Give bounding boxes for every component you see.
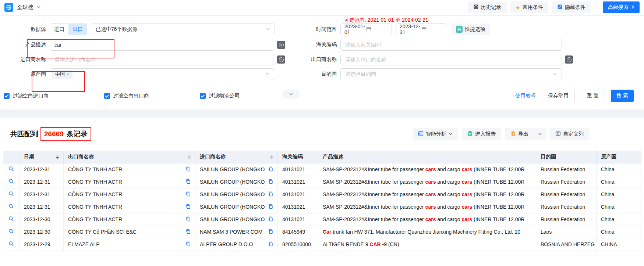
export-toggle[interactable]: 出口 xyxy=(68,24,87,35)
calendar-icon xyxy=(366,26,388,33)
fuzzy-match-icon[interactable]: = xyxy=(565,55,573,64)
copy-icon[interactable] xyxy=(186,229,191,235)
cell-hscode: 40131021 xyxy=(278,163,318,176)
history-button[interactable]: 历史记录 xyxy=(468,1,507,13)
row-detail-cell xyxy=(3,163,20,176)
header-row-tools xyxy=(3,151,20,163)
sort-icons[interactable] xyxy=(267,155,273,159)
sort-icons[interactable] xyxy=(185,155,191,159)
remove-tag-icon[interactable]: × xyxy=(67,72,70,77)
copy-icon[interactable] xyxy=(268,216,273,223)
end-date-input[interactable]: 2023-12-31 xyxy=(396,24,447,35)
copy-icon[interactable] xyxy=(268,191,273,198)
exporter-label: 出口商名称 xyxy=(294,56,340,63)
checkbox-checked-icon[interactable] xyxy=(200,93,206,99)
custom-columns-button[interactable]: 自定义列 xyxy=(550,128,589,140)
cell-exporter: CÔNG TY TNHH ACTR xyxy=(64,163,195,176)
checkbox-checked-icon[interactable] xyxy=(4,93,10,99)
importer-input[interactable] xyxy=(50,54,274,65)
importer-name: SAILUN GROUP (HONGKO xyxy=(200,166,265,172)
sort-icons[interactable] xyxy=(53,155,59,159)
header-destination[interactable]: 目的国 xyxy=(536,151,597,163)
header-hs-code[interactable]: 海关编码 xyxy=(278,151,318,163)
copy-icon[interactable] xyxy=(186,216,191,223)
copy-icon[interactable] xyxy=(186,166,191,173)
header-exporter[interactable]: 出口商名称 xyxy=(64,151,195,163)
copy-icon[interactable] xyxy=(268,204,273,210)
analysis-chart-icon xyxy=(418,131,424,137)
header-description[interactable]: 产品描述 xyxy=(318,151,536,163)
header-origin[interactable]: 原产国 xyxy=(597,151,641,163)
row-detail-cell xyxy=(3,201,20,213)
destination-country-select[interactable]: 请选择目的国 xyxy=(340,68,562,80)
filter-blank-exporter[interactable]: 过滤空白出口商 xyxy=(104,92,149,100)
start-date-input[interactable]: 2023-01-01 xyxy=(340,24,392,35)
table-row: 2023-12-31 CÔNG TY TNHH ACTR SAILUN GROU… xyxy=(3,201,641,213)
copy-icon[interactable] xyxy=(186,179,191,185)
magnifier-icon[interactable] xyxy=(8,229,14,235)
copy-icon[interactable] xyxy=(186,191,191,198)
report-clipboard-icon xyxy=(467,131,473,137)
table-row: 2023-12-31 CÔNG TY TNHH ACTR SAILUN GROU… xyxy=(3,163,641,176)
filter-logistics-company[interactable]: 过滤物流公司 xyxy=(200,92,240,100)
magnifier-icon[interactable] xyxy=(8,192,14,198)
magnifier-icon[interactable] xyxy=(8,242,14,248)
cell-importer: NAM SAM 3 POWER COM xyxy=(195,226,278,238)
export-button[interactable]: 导出 xyxy=(505,128,534,140)
hs-code-label: 海关编码 xyxy=(294,42,340,48)
save-favorite-button[interactable]: 保存常用 xyxy=(542,90,575,102)
table-header-row: 日期 出口商名称 进口商名称 海关编码 产品描述 目的国 原产国 xyxy=(3,151,641,163)
tutorial-link[interactable]: 使用教程 xyxy=(515,93,536,99)
smart-analysis-button[interactable]: 智能分析 xyxy=(413,128,458,140)
copy-icon[interactable] xyxy=(186,204,191,210)
cell-origin: CHINA xyxy=(597,238,641,251)
header-importer[interactable]: 进口商名称 xyxy=(195,151,278,163)
row-detail-cell xyxy=(3,213,20,226)
cell-description: Car trunk fan HW 371. Manufacturer Quanz… xyxy=(318,226,536,238)
form-collapse-button[interactable] xyxy=(283,90,300,98)
origin-country-select[interactable]: 中国 × xyxy=(50,68,274,80)
hide-conditions-button[interactable]: 隐藏条件 xyxy=(552,1,591,13)
fuzzy-match-icon[interactable]: = xyxy=(277,41,285,49)
copy-icon[interactable] xyxy=(186,241,191,248)
magnifier-icon[interactable] xyxy=(8,204,14,210)
cell-origin: China xyxy=(597,188,641,201)
advanced-search-button[interactable]: 高级搜索 xyxy=(603,1,640,13)
hs-code-input[interactable] xyxy=(340,39,562,51)
exporter-input[interactable] xyxy=(340,54,562,65)
cell-exporter: ELMAZE ALP xyxy=(64,238,195,251)
quick-options-button[interactable]: ⌘ 快捷选项 xyxy=(452,24,490,35)
exporter-name: CÔNG TY TNHH ACTR xyxy=(68,216,183,222)
search-button[interactable]: 搜 索 xyxy=(611,90,634,102)
app-switch-chevron-down-icon[interactable] xyxy=(36,4,41,10)
enter-report-button[interactable]: 进入报告 xyxy=(462,128,501,140)
arrow-right-icon xyxy=(631,4,634,10)
copy-icon[interactable] xyxy=(268,229,273,235)
importer-name: SAILUN GROUP (HONGKO xyxy=(200,216,265,222)
product-desc-input[interactable] xyxy=(50,39,274,51)
fuzzy-match-icon[interactable]: = xyxy=(277,55,285,64)
cell-importer: SAILUN GROUP (HONGKO xyxy=(195,176,278,188)
exporter-name: CÔNG TY Cổ PHầN SCI E&C xyxy=(68,229,183,235)
magnifier-icon[interactable] xyxy=(8,217,14,223)
reset-button[interactable]: 重 置 xyxy=(581,90,605,102)
magnifier-icon[interactable] xyxy=(8,179,14,185)
cell-destination: Russian Federation xyxy=(536,201,597,213)
cell-date: 2023-12-30 xyxy=(20,226,64,238)
data-source-select[interactable]: 已选中76个数据源 xyxy=(91,24,275,35)
header-date[interactable]: 日期 xyxy=(20,151,64,163)
filter-blank-importer[interactable]: 过滤空白进口商 xyxy=(4,92,49,100)
copy-icon[interactable] xyxy=(268,179,273,185)
cell-destination: BOSNIA AND HERZEG xyxy=(536,238,597,251)
exporter-name: ELMAZE ALP xyxy=(68,241,183,247)
row-detail-cell xyxy=(3,176,20,188)
importer-name: SAILUN GROUP (HONGKO xyxy=(200,204,265,210)
favorite-conditions-button[interactable]: ★ 常用条件 xyxy=(510,1,548,13)
magnifier-icon[interactable] xyxy=(8,167,14,173)
checkbox-checked-icon[interactable] xyxy=(104,93,110,99)
import-toggle[interactable]: 进口 xyxy=(50,24,68,35)
export-dropdown-button[interactable] xyxy=(534,128,546,140)
copy-icon[interactable] xyxy=(268,166,273,173)
copy-icon[interactable] xyxy=(268,241,273,248)
cell-destination: Russian Federation xyxy=(536,163,597,176)
